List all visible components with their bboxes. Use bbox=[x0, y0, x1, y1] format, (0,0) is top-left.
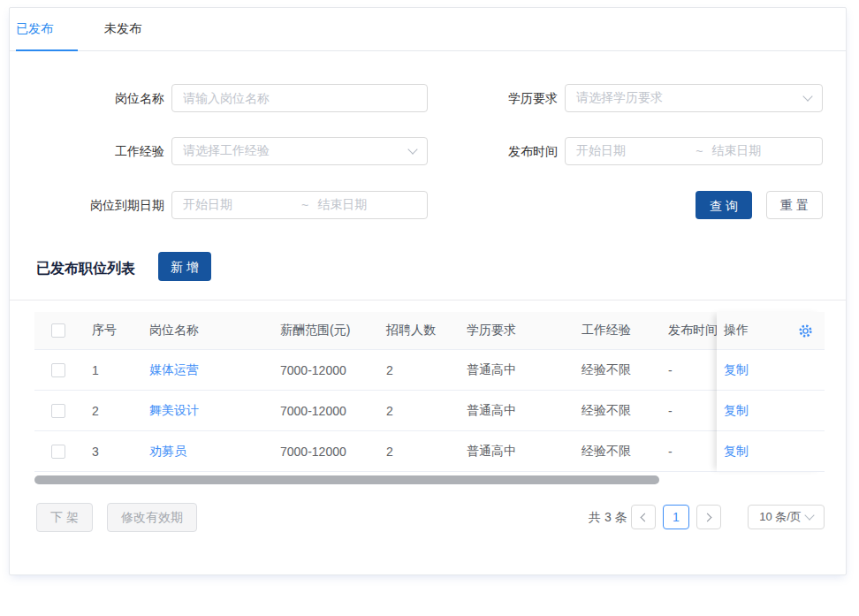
publish-time-start-placeholder: 开始日期 bbox=[576, 143, 696, 159]
tab-bar: 已发布 未发布 bbox=[10, 8, 846, 51]
tab-published[interactable]: 已发布 bbox=[16, 8, 78, 51]
tab-unpublished-label: 未发布 bbox=[104, 21, 141, 35]
cell-education: 普通高中 bbox=[456, 431, 571, 471]
column-name: 岗位名称 bbox=[139, 312, 270, 349]
fixed-action-column: 操作 复制 复制 复制 bbox=[717, 312, 825, 472]
cell-salary: 7000-12000 bbox=[270, 431, 376, 471]
filter-education: 学历要求 请选择学历要求 bbox=[10, 84, 848, 112]
cell-no: 2 bbox=[81, 391, 139, 430]
column-salary: 薪酬范围(元) bbox=[270, 312, 376, 349]
scrollbar-thumb[interactable] bbox=[34, 475, 659, 484]
cell-experience: 经验不限 bbox=[571, 431, 658, 471]
table-header-row: 序号 岗位名称 薪酬范围(元) 招聘人数 学历要求 工作经验 发布时间 bbox=[34, 312, 825, 350]
filter-publish-time: 发布时间 开始日期 ~ 结束日期 bbox=[10, 137, 848, 165]
expire-date-end-placeholder: 结束日期 bbox=[317, 197, 416, 213]
education-label: 学历要求 bbox=[390, 84, 558, 112]
prev-page-button[interactable] bbox=[631, 505, 656, 529]
offline-button[interactable]: 下 架 bbox=[36, 503, 93, 532]
table-row: 2 舞美设计 7000-12000 2 普通高中 经验不限 - bbox=[34, 391, 825, 431]
add-button[interactable]: 新 增 bbox=[158, 252, 211, 281]
cell-experience: 经验不限 bbox=[571, 350, 658, 390]
cell-no: 3 bbox=[81, 431, 139, 471]
row-checkbox[interactable] bbox=[51, 445, 65, 459]
row-checkbox[interactable] bbox=[51, 363, 65, 377]
column-no: 序号 bbox=[81, 312, 139, 349]
pagination-total: 共 3 条 bbox=[589, 505, 627, 529]
expire-date-start-placeholder: 开始日期 bbox=[183, 197, 301, 213]
cell-salary: 7000-12000 bbox=[270, 391, 376, 430]
job-management-panel: 已发布 未发布 岗位名称 学历要求 请选择学历要求 工作经验 请选择工作经验 bbox=[9, 7, 847, 575]
table-row: 3 劝募员 7000-12000 2 普通高中 经验不限 - bbox=[34, 431, 825, 472]
cell-count: 2 bbox=[376, 391, 456, 430]
tab-published-label: 已发布 bbox=[16, 21, 53, 35]
column-count: 招聘人数 bbox=[376, 312, 456, 349]
copy-link[interactable]: 复制 bbox=[724, 444, 749, 460]
education-select[interactable]: 请选择学历要求 bbox=[565, 84, 823, 112]
select-all-cell bbox=[34, 312, 81, 349]
date-range-separator: ~ bbox=[301, 198, 317, 212]
cell-count: 2 bbox=[376, 431, 456, 471]
chevron-down-icon bbox=[802, 91, 812, 101]
copy-link[interactable]: 复制 bbox=[724, 362, 749, 378]
filter-expire-date: 岗位到期日期 开始日期 ~ 结束日期 bbox=[10, 191, 430, 219]
expire-date-range-picker[interactable]: 开始日期 ~ 结束日期 bbox=[171, 191, 428, 219]
cell-no: 1 bbox=[81, 350, 139, 390]
copy-link[interactable]: 复制 bbox=[724, 403, 749, 419]
expire-date-label: 岗位到期日期 bbox=[10, 191, 164, 219]
page-size-value: 10 条/页 bbox=[759, 509, 802, 525]
select-all-checkbox[interactable] bbox=[51, 323, 65, 338]
column-action: 操作 bbox=[724, 323, 749, 338]
search-button[interactable]: 查 询 bbox=[696, 191, 752, 219]
chevron-left-icon bbox=[641, 513, 650, 521]
publish-time-range-picker[interactable]: 开始日期 ~ 结束日期 bbox=[565, 137, 823, 165]
tab-unpublished[interactable]: 未发布 bbox=[104, 8, 166, 51]
chevron-right-icon bbox=[703, 513, 712, 521]
list-section-title: 已发布职位列表 bbox=[36, 254, 135, 283]
publish-time-label: 发布时间 bbox=[390, 137, 558, 165]
page-number-button[interactable]: 1 bbox=[663, 505, 689, 529]
modify-validity-button[interactable]: 修改有效期 bbox=[107, 503, 197, 532]
job-name-link[interactable]: 劝募员 bbox=[149, 444, 186, 460]
page-size-select[interactable]: 10 条/页 bbox=[748, 505, 825, 529]
horizontal-scrollbar bbox=[34, 475, 825, 484]
column-education: 学历要求 bbox=[456, 312, 571, 349]
date-range-separator: ~ bbox=[696, 144, 711, 158]
publish-time-end-placeholder: 结束日期 bbox=[711, 143, 811, 159]
education-select-placeholder: 请选择学历要求 bbox=[576, 90, 663, 106]
column-experience: 工作经验 bbox=[571, 312, 658, 349]
next-page-button[interactable] bbox=[696, 505, 721, 529]
cell-education: 普通高中 bbox=[456, 391, 571, 430]
page-background: 已发布 未发布 岗位名称 学历要求 请选择学历要求 工作经验 请选择工作经验 bbox=[0, 0, 859, 616]
gear-icon[interactable] bbox=[798, 323, 813, 338]
job-name-link[interactable]: 舞美设计 bbox=[149, 403, 199, 419]
section-divider bbox=[10, 300, 846, 300]
table-row: 1 媒体运营 7000-12000 2 普通高中 经验不限 - bbox=[34, 350, 825, 391]
job-name-link[interactable]: 媒体运营 bbox=[149, 362, 199, 378]
row-checkbox[interactable] bbox=[51, 404, 65, 418]
reset-button[interactable]: 重 置 bbox=[766, 191, 823, 219]
cell-count: 2 bbox=[376, 350, 456, 390]
job-table: 序号 岗位名称 薪酬范围(元) 招聘人数 学历要求 工作经验 发布时间 1 媒体… bbox=[34, 312, 825, 472]
cell-experience: 经验不限 bbox=[571, 391, 658, 430]
cell-education: 普通高中 bbox=[456, 350, 571, 390]
chevron-down-icon bbox=[804, 510, 814, 520]
cell-salary: 7000-12000 bbox=[270, 350, 376, 390]
